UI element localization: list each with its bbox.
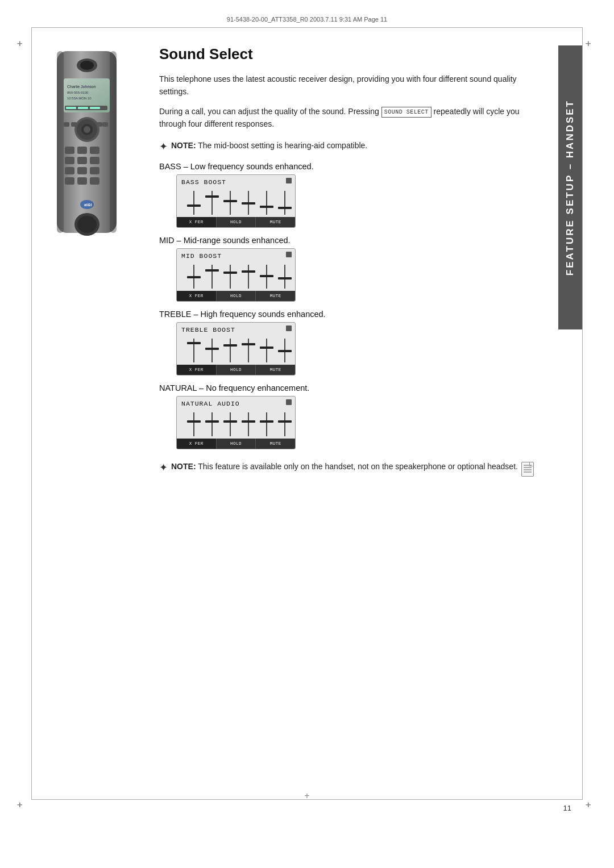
svg-point-4 [80, 61, 94, 70]
reg-mark-bl: + [17, 800, 28, 811]
treble-btn-xfer: X FER [177, 365, 217, 375]
natural-btn-hold: HOLD [217, 439, 256, 449]
bass-btn-hold: HOLD [217, 217, 256, 227]
treble-slider-1 [187, 339, 201, 362]
mid-eq [181, 262, 291, 291]
svg-rect-26 [90, 157, 99, 164]
right-rule [582, 27, 583, 800]
note2-label: NOTE: [171, 462, 196, 471]
phone-svg: Charlie Johnson 860-555-0100 10:55A MON … [40, 45, 134, 250]
bass-slider-1 [187, 191, 201, 215]
svg-rect-1 [57, 51, 64, 233]
bass-heading: BASS – Low frequency sounds enhanced. [159, 162, 546, 171]
svg-rect-27 [65, 167, 74, 174]
svg-rect-18 [71, 122, 77, 127]
bass-display: BASS BOOST [176, 174, 296, 228]
bass-section: BASS – Low frequency sounds enhanced. BA… [159, 162, 546, 228]
svg-rect-30 [65, 177, 74, 185]
footer-note: ✦ NOTE: This feature is available only o… [159, 461, 546, 477]
mid-slider-6 [278, 265, 292, 289]
sidebar-label-text: FEATURE SETUP – HANDSET [565, 99, 576, 276]
natural-heading: NATURAL – No frequency enhancement. [159, 383, 546, 393]
svg-rect-11 [78, 107, 88, 109]
svg-rect-23 [90, 147, 99, 154]
mid-slider-2 [205, 265, 219, 289]
mid-slider-5 [260, 265, 273, 289]
svg-rect-32 [90, 177, 99, 185]
natural-section: NATURAL – No frequency enhancement. NATU… [159, 383, 546, 449]
treble-btn-hold: HOLD [217, 365, 256, 375]
bass-eq [181, 189, 291, 217]
natural-slider-2 [205, 412, 219, 436]
mid-slider-4 [242, 265, 255, 289]
bass-btn-xfer: X FER [177, 217, 217, 227]
treble-section: TREBLE – High frequency sounds enhanced.… [159, 310, 546, 375]
svg-rect-22 [77, 147, 87, 154]
natural-btn-mute: MUTE [256, 439, 295, 449]
para2-text: During a call, you can adjust the qualit… [159, 107, 379, 116]
svg-rect-10 [66, 107, 76, 109]
natural-buttons: X FER HOLD MUTE [177, 439, 295, 449]
mid-display: MID BOOST [176, 248, 296, 302]
svg-text:860-555-0100: 860-555-0100 [67, 91, 89, 94]
mid-btn-hold: HOLD [217, 291, 256, 301]
mid-display-title: MID BOOST [181, 252, 291, 260]
natural-slider-3 [223, 412, 237, 436]
svg-rect-31 [77, 177, 87, 185]
bass-slider-5 [260, 191, 273, 215]
bass-display-title: BASS BOOST [181, 178, 291, 186]
svg-rect-29 [90, 167, 99, 174]
header-text: 91-5438-20-00_ATT3358_R0 2003.7.11 9:31 … [227, 16, 387, 23]
note1-icon: ✦ [159, 140, 168, 153]
svg-rect-24 [65, 157, 74, 164]
natural-slider-1 [187, 412, 201, 436]
svg-text:10:55A MON 10: 10:55A MON 10 [67, 97, 92, 100]
svg-rect-19 [102, 122, 108, 127]
svg-rect-2 [110, 51, 117, 233]
note1-text: NOTE: The mid-boost setting is hearing-a… [171, 140, 367, 152]
svg-rect-25 [77, 157, 87, 164]
main-content: Sound Select This telephone uses the lat… [154, 45, 551, 477]
bass-slider-2 [205, 191, 219, 215]
mid-corner-icon [286, 252, 292, 257]
section-title: Sound Select [159, 45, 546, 63]
treble-display-title: TREBLE BOOST [181, 326, 291, 333]
bass-corner-icon [286, 178, 292, 183]
bass-buttons: X FER HOLD MUTE [177, 217, 295, 227]
natural-btn-xfer: X FER [177, 439, 217, 449]
mid-section: MID – Mid-range sounds enhanced. MID BOO… [159, 236, 546, 302]
treble-eq [181, 336, 291, 365]
reg-mark-tl: + [17, 39, 28, 50]
note1-label: NOTE: [171, 141, 196, 150]
bass-btn-mute: MUTE [256, 217, 295, 227]
note1-body: The mid-boost setting is hearing-aid com… [196, 141, 368, 150]
note1: ✦ NOTE: The mid-boost setting is hearing… [159, 140, 546, 153]
svg-text:Charlie Johnson: Charlie Johnson [67, 85, 96, 89]
bass-slider-4 [242, 191, 255, 215]
svg-rect-28 [77, 167, 87, 174]
treble-heading: TREBLE – High frequency sounds enhanced. [159, 310, 546, 319]
treble-slider-4 [242, 339, 255, 362]
svg-rect-21 [65, 147, 74, 154]
note2-body: This feature is available only on the ha… [196, 462, 518, 471]
natural-display-title: NATURAL AUDIO [181, 400, 291, 407]
svg-point-16 [84, 126, 90, 133]
natural-corner-icon [286, 399, 292, 405]
reg-mark-bc: + [304, 791, 309, 801]
natural-eq [181, 410, 291, 439]
sound-select-box: SOUND SELECT [381, 107, 432, 118]
note2-icon: ✦ [159, 461, 168, 474]
top-rule [31, 27, 583, 28]
treble-corner-icon [286, 326, 292, 331]
intro-para2: During a call, you can adjust the qualit… [159, 106, 546, 130]
svg-rect-12 [90, 107, 100, 109]
page: 91-5438-20-00_ATT3358_R0 2003.7.11 9:31 … [0, 0, 614, 868]
natural-slider-4 [242, 412, 255, 436]
svg-text:at&t: at&t [84, 203, 92, 207]
svg-rect-20 [97, 122, 102, 127]
treble-buttons: X FER HOLD MUTE [177, 365, 295, 375]
treble-btn-mute: MUTE [256, 365, 295, 375]
note2-text: NOTE: This feature is available only on … [171, 461, 518, 473]
page-number: 11 [563, 804, 571, 812]
mid-slider-1 [187, 265, 201, 289]
